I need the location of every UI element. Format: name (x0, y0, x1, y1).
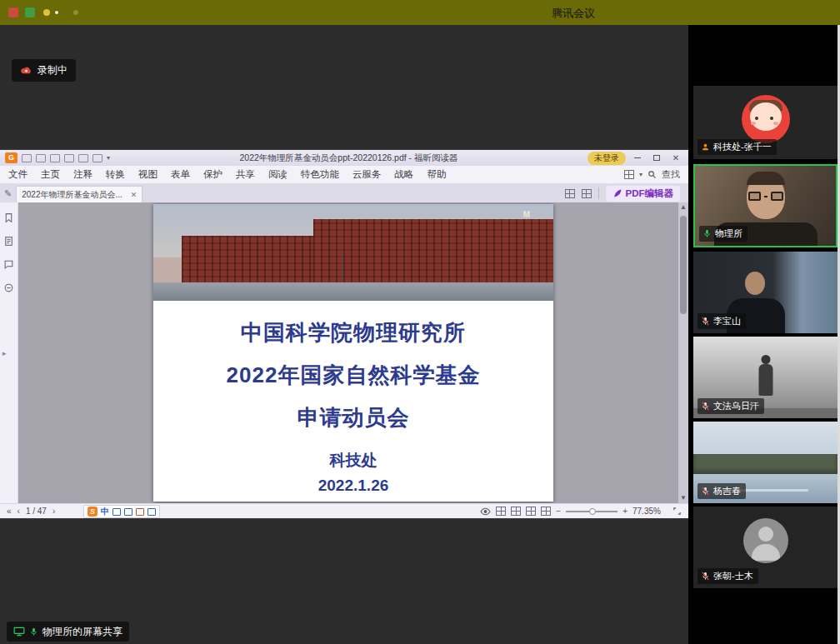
zoom-out-icon[interactable]: − (556, 507, 561, 516)
close-button[interactable]: ✕ (668, 152, 683, 164)
participant-tile[interactable]: 科技处-张千一 (693, 86, 838, 159)
zoom-slider[interactable] (566, 511, 618, 512)
ime-keyboard-icon[interactable] (148, 508, 156, 516)
menu-extra[interactable]: 战略 (395, 168, 414, 181)
ime-emoji-icon[interactable] (136, 508, 144, 516)
edit-pencil-icon[interactable]: ✎ (4, 188, 12, 199)
topbar-green-icon[interactable] (25, 7, 35, 17)
scenery-sky (693, 422, 838, 456)
minimize-button[interactable] (630, 152, 645, 164)
scroll-down-icon[interactable]: ▼ (678, 493, 688, 503)
eye-icon[interactable] (480, 507, 491, 516)
scroll-up-icon[interactable]: ▲ (678, 202, 688, 212)
participant-name: 李宝山 (713, 315, 741, 327)
tools-caret-icon[interactable]: ▾ (639, 171, 642, 178)
find-label[interactable]: 查找 (662, 168, 680, 181)
ime-punctuation-icon[interactable] (112, 508, 121, 516)
participant-tile[interactable]: 张朝-士木 (693, 507, 838, 588)
open-file-icon[interactable] (22, 154, 32, 162)
pdf-editor-button[interactable]: PDF编辑器 (606, 186, 681, 202)
avatar-blush (773, 122, 778, 125)
pages-panel-icon[interactable] (3, 236, 14, 247)
participant-nametag: 文法乌日汗 (698, 398, 764, 414)
email-icon[interactable] (64, 154, 74, 162)
foxit-logo-icon[interactable]: G (5, 152, 18, 163)
menu-read[interactable]: 阅读 (268, 168, 288, 181)
fullscreen-icon[interactable] (672, 507, 682, 516)
slide-date: 2022.1.26 (153, 477, 553, 495)
menu-comment[interactable]: 注释 (73, 168, 92, 181)
single-page-view-icon[interactable] (496, 507, 506, 516)
search-icon[interactable] (648, 170, 657, 179)
tab-close-icon[interactable]: ✕ (131, 191, 138, 199)
pdf-tab-bar: ✎ 2022年物理所基金动员会... ✕ PDF编辑器 (0, 184, 688, 202)
participant-tile[interactable]: 文法乌日汗 (693, 337, 838, 418)
silhouette-avatar (743, 518, 788, 563)
continuous-facing-view-icon[interactable] (541, 507, 551, 516)
scrollbar-thumb[interactable] (680, 216, 687, 314)
ime-mode-indicator[interactable]: 中 (101, 506, 109, 517)
facing-view-icon[interactable] (526, 507, 536, 516)
participant-tile[interactable]: 李宝山 (693, 252, 838, 333)
menu-share[interactable]: 共享 (236, 168, 255, 181)
photo-person-head (761, 355, 770, 364)
mic-on-icon (702, 229, 712, 238)
slide-title-line2: 2022年国家自然科学基金 (153, 361, 553, 390)
minimize-icon (634, 157, 641, 158)
sogou-ime-bar[interactable]: S 中 (83, 505, 160, 518)
glasses-lens (771, 192, 783, 201)
thumbnail-view-icon[interactable] (565, 189, 575, 198)
pdf-editor-label: PDF编辑器 (626, 187, 674, 200)
recording-badge[interactable]: 录制中 (12, 59, 76, 82)
bookmark-panel-icon[interactable] (3, 212, 14, 223)
login-button[interactable]: 未登录 (588, 152, 626, 165)
ime-mic-icon[interactable] (124, 508, 132, 516)
zoom-percentage[interactable]: 77.35% (632, 507, 668, 516)
page-number-display[interactable]: 1 / 47 (26, 507, 47, 516)
slide-title-line3: 申请动员会 (153, 403, 553, 432)
quick-access-caret-icon[interactable]: ▾ (107, 154, 110, 162)
zoom-in-icon[interactable]: + (622, 507, 628, 516)
first-page-icon[interactable]: « (7, 507, 12, 516)
maximize-button[interactable] (649, 152, 664, 164)
menu-convert[interactable]: 转换 (106, 168, 125, 181)
slide-title-line1: 中国科学院物理研究所 (153, 318, 553, 347)
document-tab[interactable]: 2022年物理所基金动员会... ✕ (16, 186, 142, 202)
layout-tool-icon[interactable] (624, 170, 634, 179)
participant-nametag: 杨吉春 (698, 483, 746, 499)
participant-tile[interactable]: 物理所 (693, 164, 838, 247)
redo-icon[interactable] (92, 154, 102, 162)
comment-panel-icon[interactable] (3, 259, 14, 270)
menu-help[interactable]: 帮助 (428, 168, 447, 181)
menu-home[interactable]: 主页 (41, 168, 60, 181)
participant-nametag: 科技处-张千一 (698, 139, 777, 155)
document-area[interactable]: M 中国科学院物理研究所 2022年国家自然科学基金 申请动员会 科技处 202… (18, 202, 688, 503)
print-icon[interactable] (50, 154, 60, 162)
screen-share-banner[interactable]: 物理所的屏幕共享 (7, 622, 129, 642)
next-page-icon[interactable]: › (52, 507, 55, 516)
menu-view[interactable]: 视图 (138, 168, 158, 181)
topbar-red-icon[interactable] (8, 7, 18, 17)
menu-cloud[interactable]: 云服务 (352, 168, 382, 181)
vertical-scrollbar[interactable]: ▲ ▼ (678, 202, 688, 503)
recording-cloud-icon (20, 66, 32, 75)
document-tab-label: 2022年物理所基金动员会... (22, 189, 127, 201)
menu-features[interactable]: 特色功能 (301, 168, 339, 181)
panel-expand-icon[interactable]: ▸ (2, 349, 7, 357)
pdf-title-bar: G ▾ 2022年物理所基金动员会ppt-20220126.pdf - 福昕阅读… (0, 150, 688, 166)
page-view-icon[interactable] (582, 189, 592, 198)
zoom-slider-thumb[interactable] (589, 508, 596, 515)
sogou-logo-icon[interactable]: S (88, 507, 98, 517)
topbar-small-dot-icon (55, 11, 58, 14)
menu-file[interactable]: 文件 (8, 168, 28, 181)
menu-protect[interactable]: 保护 (203, 168, 222, 181)
prev-page-icon[interactable]: ‹ (18, 507, 20, 516)
save-icon[interactable] (36, 154, 46, 162)
avatar-eye (755, 117, 758, 120)
continuous-view-icon[interactable] (511, 507, 521, 516)
avatar-eye (770, 117, 773, 120)
attachment-panel-icon[interactable] (3, 282, 14, 293)
menu-form[interactable]: 表单 (171, 168, 190, 181)
participant-tile[interactable]: 杨吉春 (693, 422, 838, 503)
undo-icon[interactable] (78, 154, 88, 162)
